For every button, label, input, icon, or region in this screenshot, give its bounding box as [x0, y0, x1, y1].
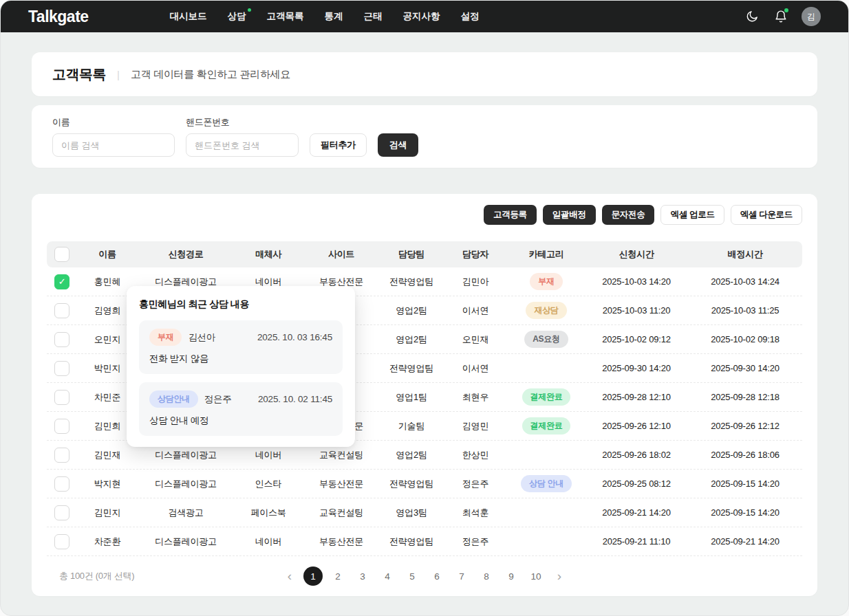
cell-agent: 김민아	[443, 276, 508, 288]
nav-item-dashboard[interactable]: 대시보드	[170, 10, 207, 23]
cell-agent: 정은주	[443, 536, 508, 548]
nav-item-settings[interactable]: 설정	[461, 10, 480, 23]
row-checkbox[interactable]	[54, 361, 69, 376]
phone-filter-label: 핸드폰번호	[186, 116, 299, 129]
col-header-assigned: 배정시간	[688, 248, 802, 261]
cell-assigned-at: 2025-09-26 12:12	[688, 421, 802, 431]
search-button[interactable]: 검색	[378, 133, 418, 157]
cell-assigned-at: 2025-09-15 14:20	[688, 478, 802, 489]
table-row: 김민지 검색광고 페이스북 교육컨설팅 영업3팀 최석훈 2025-09-21 …	[47, 498, 802, 527]
cell-team: 영업2팀	[380, 305, 443, 317]
page-subtitle: 고객 데이터를 확인하고 관리하세요	[131, 68, 290, 81]
cell-assigned-at: 2025-09-15 14:20	[688, 507, 802, 518]
row-checkbox[interactable]: ✓	[54, 274, 69, 289]
col-header-category: 카테고리	[508, 248, 585, 261]
nav-item-label: 상담	[228, 11, 246, 21]
nav-item-customers[interactable]: 고객목록	[267, 10, 304, 23]
page-header-card: 고객목록 | 고객 데이터를 확인하고 관리하세요	[32, 52, 817, 96]
name-filter-label: 이름	[52, 116, 175, 129]
page-button-7[interactable]: 7	[452, 566, 471, 586]
cell-channel: 디스플레이광고	[138, 478, 234, 490]
page-button-10[interactable]: 10	[526, 566, 546, 586]
add-filter-button[interactable]: 필터추가	[310, 133, 367, 157]
cell-applied-at: 2025-10-02 09:12	[585, 334, 688, 344]
excel-download-button[interactable]: 엑셀 다운로드	[731, 205, 802, 225]
page-button-2[interactable]: 2	[328, 566, 347, 586]
row-checkbox[interactable]	[54, 390, 69, 405]
app-window: Talkgate 대시보드 상담 고객목록 통계 근태 공지사항 설정 김 고객…	[0, 0, 849, 616]
consult-agent: 정은주	[204, 393, 232, 406]
cell-assigned-at: 2025-10-02 09:18	[688, 334, 802, 344]
row-checkbox[interactable]	[54, 476, 69, 492]
register-customer-button[interactable]: 고객등록	[484, 205, 537, 225]
navbar-right: 김	[744, 7, 821, 26]
prev-page-icon[interactable]: ‹	[281, 566, 298, 586]
cell-site: 교육컨설팅	[303, 507, 380, 519]
cell-assigned-at: 2025-10-03 11:25	[688, 305, 802, 316]
cell-agent: 정은주	[443, 478, 508, 490]
name-filter-field: 이름	[52, 116, 175, 157]
page-button-4[interactable]: 4	[378, 566, 397, 586]
page-button-3[interactable]: 3	[353, 566, 372, 586]
col-header-media: 매체사	[234, 248, 303, 261]
dark-mode-toggle[interactable]	[744, 8, 760, 25]
page-button-8[interactable]: 8	[477, 566, 496, 586]
consult-status-badge: 상담안내	[149, 390, 198, 408]
nav-item-consult[interactable]: 상담	[228, 10, 246, 23]
nav-item-label: 대시보드	[170, 11, 207, 21]
cell-applied-at: 2025-09-28 12:10	[585, 392, 688, 402]
phone-search-input[interactable]	[186, 133, 299, 157]
bulk-assign-button[interactable]: 일괄배정	[543, 205, 596, 225]
avatar[interactable]: 김	[802, 7, 821, 26]
nav-item-stats[interactable]: 통계	[325, 10, 343, 23]
cell-agent: 한상민	[443, 449, 508, 461]
col-header-name: 이름	[77, 248, 138, 261]
cell-applied-at: 2025-09-21 11:10	[585, 536, 688, 547]
consult-datetime: 2025. 10. 02 11:45	[258, 394, 332, 404]
row-checkbox[interactable]	[54, 448, 69, 463]
row-checkbox[interactable]	[54, 419, 69, 434]
cell-applied-at: 2025-10-03 14:20	[585, 276, 688, 287]
table-footer: 총 100건 (0개 선택) ‹ 1 2 3 4 5 6 7 8 9 10 ›	[47, 556, 802, 596]
cell-assigned-at: 2025-09-21 14:20	[688, 536, 802, 547]
consult-agent: 김선아	[188, 331, 215, 344]
page-button-5[interactable]: 5	[402, 566, 422, 586]
category-badge: 결제완료	[522, 388, 571, 406]
table-header-row: 이름 신청경로 매체사 사이트 담당팀 담당자 카테고리 신청시간 배정시간	[47, 241, 802, 267]
excel-upload-button[interactable]: 엑셀 업로드	[660, 205, 724, 225]
col-header-site: 사이트	[303, 248, 380, 261]
category-badge: 상담 안내	[521, 475, 572, 492]
nav-item-label: 고객목록	[267, 11, 304, 21]
next-page-icon[interactable]: ›	[551, 566, 568, 586]
page-button-9[interactable]: 9	[502, 566, 521, 586]
notifications-button[interactable]	[773, 8, 789, 25]
send-sms-button[interactable]: 문자전송	[602, 205, 655, 225]
row-checkbox[interactable]	[54, 505, 69, 520]
cell-site: 부동산전문	[303, 536, 380, 548]
cell-site: 부동산전문	[303, 478, 380, 490]
cell-agent: 오민재	[443, 333, 508, 346]
title-separator: |	[117, 69, 120, 80]
cell-name: 김민지	[77, 507, 138, 519]
cell-team: 전략영업팀	[380, 478, 443, 490]
row-checkbox[interactable]	[54, 332, 69, 347]
phone-filter-field: 핸드폰번호	[186, 116, 299, 157]
col-header-team: 담당팀	[380, 248, 443, 261]
row-checkbox[interactable]	[54, 534, 69, 549]
nav-item-label: 통계	[325, 11, 343, 21]
page-button-6[interactable]: 6	[427, 566, 447, 586]
row-checkbox[interactable]	[54, 303, 69, 318]
table-toolbar: 고객등록 일괄배정 문자전송 엑셀 업로드 엑셀 다운로드	[47, 205, 802, 225]
popup-title: 홍민혜님의 최근 상담 내용	[139, 298, 343, 311]
nav-item-attendance[interactable]: 근태	[364, 10, 383, 23]
recent-consult-popup: 홍민혜님의 최근 상담 내용 부재 김선아 2025. 10. 03 16:45…	[127, 286, 355, 447]
select-all-checkbox[interactable]	[54, 247, 69, 262]
nav-item-label: 근태	[364, 11, 383, 21]
cell-applied-at: 2025-10-03 11:20	[585, 305, 688, 316]
name-search-input[interactable]	[52, 133, 175, 157]
cell-applied-at: 2025-09-25 08:12	[585, 478, 688, 489]
nav-item-notice[interactable]: 공지사항	[403, 10, 440, 23]
page-button-1[interactable]: 1	[303, 566, 323, 586]
col-header-applied: 신청시간	[585, 248, 688, 261]
cell-assigned-at: 2025-09-30 14:20	[688, 363, 802, 373]
